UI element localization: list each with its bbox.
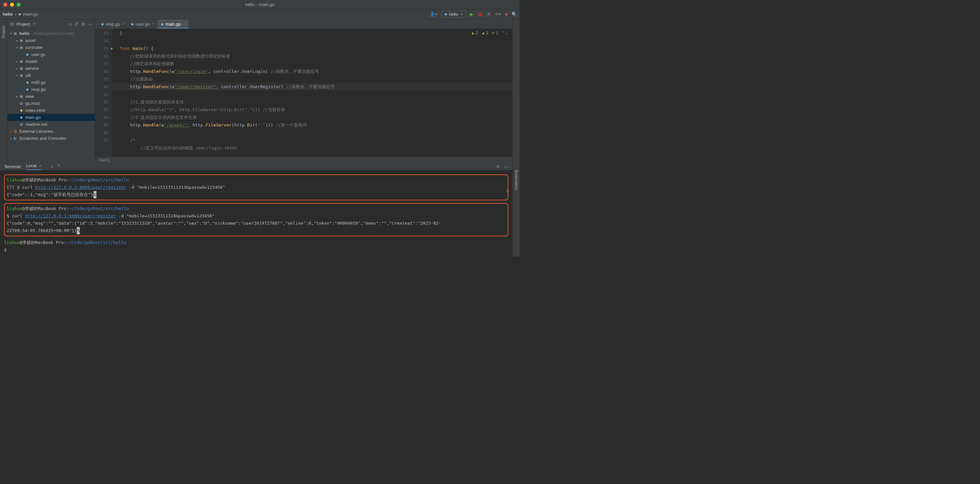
inspection-summary[interactable]: ▲2 ▲1 ✔1 ⌃⌄ <box>471 30 508 35</box>
term-url[interactable]: http://127.0.0.1:8080/user/register <box>35 185 126 190</box>
right-tool-stripe <box>512 19 520 163</box>
tree-root[interactable]: ▾ ▣ hello ~/Code/goRoot/src/hello <box>7 30 95 37</box>
run-button[interactable]: ▶ <box>470 12 473 17</box>
close-icon[interactable]: × <box>39 163 41 168</box>
add-terminal-icon[interactable]: ＋ <box>49 164 54 170</box>
weak-warning-count: 1 <box>486 30 489 35</box>
tree-folder-asset[interactable]: ▸ ▣ asset <box>7 37 95 44</box>
term-url[interactable]: http://127.0.0.1:8080/user/register <box>25 213 116 218</box>
tab-user-go[interactable]: ◆ user.go × <box>128 19 158 29</box>
chevron-down-icon[interactable]: ▾ <box>9 32 13 35</box>
expand-all-icon[interactable]: ⇵ <box>75 22 78 27</box>
term-output: {"code":-1,"msg":"该手机号已经存在"} <box>6 192 94 197</box>
profiler-button[interactable]: ⟳▾ <box>495 12 501 17</box>
hide-icon[interactable]: — <box>504 164 508 169</box>
project-panel: ▤ Project ▼ ⊙ ⇵ ⚙ — ▾ ▣ hello ~/Code/goR… <box>7 19 95 163</box>
hide-icon[interactable]: — <box>88 22 92 27</box>
project-tool-tab[interactable]: Project <box>1 26 6 38</box>
user-dropdown-icon[interactable]: 👤▾ <box>430 12 438 17</box>
go-file-icon: ◆ <box>161 22 164 26</box>
go-file-icon: ◆ <box>25 87 30 91</box>
chevron-down-icon[interactable]: ▾ <box>15 46 19 49</box>
navigation-bar: hello › ◆ main.go 👤▾ ◆ hello ▼ ▶ 🐞 ⛨ ⟳▾ … <box>0 9 520 19</box>
editor[interactable]: ▲2 ▲1 ✔1 ⌃⌄ 33 34 35▶ 36 37 38 39 40 41 … <box>95 29 512 157</box>
folder-icon: ▣ <box>19 38 24 43</box>
tree-folder-controller[interactable]: ▾ ▣ controller <box>7 44 95 51</box>
window-maximize-button[interactable] <box>17 3 21 6</box>
run-config-selector[interactable]: ◆ hello ▼ <box>441 11 466 18</box>
search-button[interactable]: 🔍 <box>512 12 517 17</box>
term-text: -d "mobile=15313311313&passwd=123456" <box>126 185 225 190</box>
close-icon[interactable]: × <box>122 22 124 26</box>
chevron-right-icon[interactable]: ▸ <box>15 94 19 98</box>
chevron-right-icon[interactable]: ▸ <box>15 59 19 63</box>
window-close-button[interactable] <box>3 3 7 6</box>
chevron-right-icon[interactable]: ▸ <box>15 38 19 42</box>
tree-label: Scratches and Consoles <box>19 136 66 141</box>
project-title[interactable]: Project <box>17 22 30 27</box>
tree-label: user.go <box>31 52 46 57</box>
tree-file-index-html[interactable]: ◆ index.html <box>7 107 95 114</box>
term-path: ~/Code/goRoot/src/hello <box>69 206 129 211</box>
window-minimize-button[interactable] <box>10 3 14 6</box>
chevron-right-icon[interactable]: ▸ <box>9 129 13 133</box>
close-icon[interactable]: × <box>152 22 154 26</box>
tree-file-main-go[interactable]: ◆ main.go <box>7 114 95 121</box>
chevron-right-icon[interactable]: ▸ <box>9 136 13 140</box>
coverage-button[interactable]: ⛨ <box>487 12 491 17</box>
tree-folder-view[interactable]: ▸ ▣ view <box>7 93 95 100</box>
left-tool-stripe: Project <box>0 19 7 163</box>
tree-label: main.go <box>25 115 41 120</box>
project-header: ▤ Project ▼ ⊙ ⇵ ⚙ — <box>7 19 95 29</box>
folder-icon: ▣ <box>19 94 24 99</box>
chevron-down-icon[interactable]: ▼ <box>57 164 60 170</box>
terminal-tab-local[interactable]: Local × <box>26 163 41 170</box>
tree-folder-service[interactable]: ▸ ▣ service <box>7 65 95 72</box>
tree-file-go-mod[interactable]: ▦ go.mod <box>7 100 95 107</box>
terminal-body[interactable]: lishuo@李硕的MacBook Pro:~/Code/goRoot/src/… <box>0 171 512 257</box>
settings-icon[interactable]: ⚙ <box>496 164 500 169</box>
chevron-right-icon[interactable]: ▸ <box>15 67 19 70</box>
folder-icon: ▣ <box>19 73 24 78</box>
tree-label: External Libraries <box>19 129 53 134</box>
chevron-up-down-icon[interactable]: ⌃⌄ <box>502 30 508 35</box>
project-tree[interactable]: ▾ ▣ hello ~/Code/goRoot/src/hello ▸ ▣ as… <box>7 29 95 163</box>
select-opened-icon[interactable]: ⊙ <box>68 22 72 27</box>
bookmarks-tool-tab[interactable]: Bookmarks <box>514 170 519 190</box>
go-file-icon: ◆ <box>101 22 104 26</box>
debug-button[interactable]: 🐞 <box>477 12 483 17</box>
window-title: hello – main.go <box>245 2 274 7</box>
tree-file-readme[interactable]: ▦ readme.md <box>7 121 95 128</box>
chevron-down-icon[interactable]: ▾ <box>15 73 19 77</box>
folder-icon: ▣ <box>19 66 24 70</box>
editor-gutter[interactable]: 33 34 35▶ 36 37 38 39 40 41 42 43 44 45 … <box>95 29 112 157</box>
run-gutter-icon[interactable]: ▶ <box>111 45 113 52</box>
stop-button[interactable]: ■ <box>505 12 508 17</box>
tree-label: readme.md <box>25 122 47 127</box>
tab-resp-go[interactable]: ◆ resp.go × <box>98 19 128 29</box>
tree-scratches[interactable]: ▸ ◧ Scratches and Consoles <box>7 135 95 142</box>
close-icon[interactable]: × <box>183 22 185 26</box>
warning-count: 2 <box>476 30 478 35</box>
settings-icon[interactable]: ⚙ <box>81 22 85 27</box>
tree-external-libraries[interactable]: ▸ ▥ External Libraries <box>7 128 95 135</box>
tree-path-hint: ~/Code/goRoot/src/hello <box>31 31 74 36</box>
tree-label: util <box>25 73 31 78</box>
terminal-block-2: lishuo@李硕的MacBook Pro:~/Code/goRoot/src/… <box>4 203 508 236</box>
code-area[interactable]: } func main() { //把前端请求的格式和封装处理函数进行绑定的标签… <box>112 29 512 157</box>
term-output: {"code":0,"msg":"","data":{"id":3,"mobil… <box>6 221 441 233</box>
terminal-panel: Terminal: Local × ＋ ▼ ⚙ — lishuo@李硕的MacB… <box>0 163 512 257</box>
view-mode-icon[interactable]: ▤ <box>10 22 14 27</box>
tree-folder-util[interactable]: ▾ ▣ util <box>7 72 95 79</box>
tree-file-md5-go[interactable]: ◆ md5.go <box>7 79 95 86</box>
tab-main-go[interactable]: ◆ main.go × <box>158 19 188 29</box>
chevron-down-icon[interactable]: ▼ <box>33 22 35 26</box>
traffic-lights <box>3 3 21 6</box>
breadcrumb[interactable]: hello › ◆ main.go <box>3 12 38 17</box>
tree-file-user-go[interactable]: ◆ user.go <box>7 51 95 58</box>
breadcrumb-file[interactable]: main.go <box>23 12 38 17</box>
tree-folder-model[interactable]: ▸ ▣ model <box>7 58 95 65</box>
editor-breadcrumb[interactable]: main() <box>95 157 512 163</box>
breadcrumb-root[interactable]: hello <box>3 12 13 17</box>
tree-file-resp-go[interactable]: ◆ resp.go <box>7 86 95 93</box>
